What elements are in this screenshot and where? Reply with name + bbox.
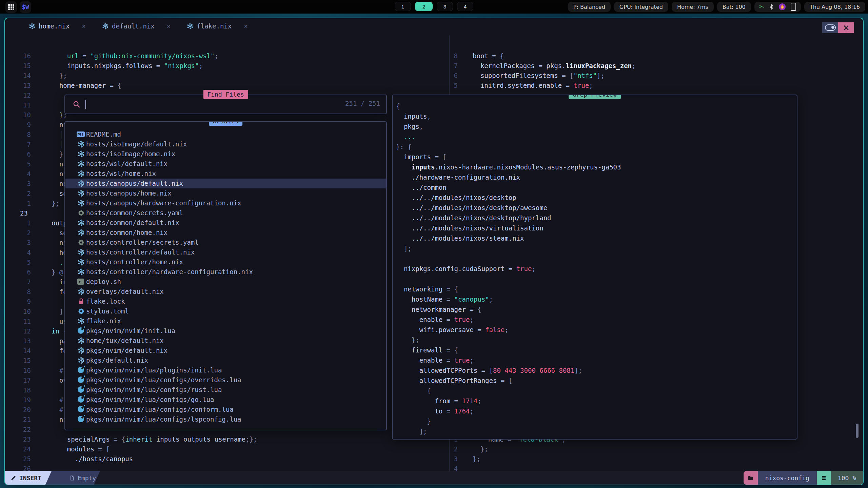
result-row[interactable]: hosts/canopus/home.nix xyxy=(65,188,386,198)
lua-icon xyxy=(78,396,84,403)
code-text: │ xyxy=(52,140,63,149)
tab-close-icon[interactable]: × xyxy=(82,22,86,30)
pencil-icon xyxy=(11,475,16,481)
tab-bar: home.nix×default.nix×flake.nix× xyxy=(5,18,863,34)
result-row[interactable]: pkgs/nvim/default.nix xyxy=(65,346,386,355)
code-line[interactable]: 3}; xyxy=(5,454,863,464)
result-row[interactable]: pkgs/nvim/nvim/lua/plugins/init.lua xyxy=(65,365,386,375)
code-line[interactable]: 6 supportedFilesystems = ["ntfs"]; xyxy=(5,71,863,81)
line-number: 8 xyxy=(442,51,458,61)
result-row[interactable]: pkgs/nvim/nvim/init.lua xyxy=(65,326,386,336)
nix-icon xyxy=(78,180,85,187)
result-row[interactable]: home/tux/default.nix xyxy=(65,336,386,346)
preview-line: ./hardware-configuration.nix xyxy=(396,172,520,182)
nix-icon xyxy=(78,170,85,177)
result-row[interactable]: hosts/isoImage/default.nix xyxy=(65,139,386,149)
folder-icon xyxy=(747,475,754,481)
result-row[interactable]: pkgs/nvim/nvim/lua/configs/go.lua xyxy=(65,395,386,405)
result-file-name: flake.lock xyxy=(86,297,125,306)
result-row[interactable]: pkgs/nvim/nvim/lua/configs/rust.lua xyxy=(65,385,386,395)
result-row[interactable]: hosts/controller/hardware-configuration.… xyxy=(65,267,386,277)
preview-line: ../../modules/nixos/desktop xyxy=(396,192,516,203)
result-row[interactable]: pkgs/nvim/nvim/lua/configs/overrides.lua xyxy=(65,375,386,385)
result-row[interactable]: hosts/controller/secrets.yaml xyxy=(65,238,386,247)
logo-text: $W xyxy=(22,4,29,11)
window-close-button[interactable]: × xyxy=(838,22,854,33)
line-number: 2 xyxy=(12,228,31,238)
line-number: 6 xyxy=(12,149,31,159)
result-row[interactable]: hosts/controller/home.nix xyxy=(65,257,386,267)
preview-line: ../../modules/nixos/desktop/awesome xyxy=(396,203,547,213)
nix-icon xyxy=(29,23,35,29)
result-row[interactable]: pkgs/nvim/nvim/lua/configs/conform.lua xyxy=(65,405,386,414)
editor-window: home.nix×default.nix×flake.nix× × 16 url… xyxy=(4,18,864,485)
launcher-button[interactable] xyxy=(5,1,17,13)
top-bar: $W 1234 P: BalancedGPU: IntegratedHome: … xyxy=(0,0,868,14)
find-files-panel[interactable]: Find Files 251 / 251 xyxy=(64,95,387,114)
result-file-name: hosts/controller/default.nix xyxy=(86,247,195,257)
result-row[interactable]: pkgs/nvim/nvim/lua/configs/lspconfig.lua xyxy=(65,414,386,424)
result-row[interactable]: hosts/controller/default.nix xyxy=(65,247,386,257)
preview-line: networking = { xyxy=(396,284,458,294)
code-line[interactable]: 7 kernelPackages = pkgs.linuxPackages_ze… xyxy=(5,61,863,71)
code-text: } @ xyxy=(52,267,63,277)
logo-button[interactable]: $W xyxy=(20,1,31,13)
clock[interactable]: Thu Aug 08, 18:16 xyxy=(804,2,865,12)
tab-close-icon[interactable]: × xyxy=(167,22,171,30)
tray[interactable]: ✂ xyxy=(754,2,801,12)
result-row[interactable]: flake.nix xyxy=(65,316,386,326)
preview-line: enable = true; xyxy=(396,355,474,365)
line-number: 15 xyxy=(12,356,31,366)
result-row[interactable]: pkgs/default.nix xyxy=(65,355,386,365)
workspace-button-2[interactable]: 2 xyxy=(415,2,433,11)
result-row[interactable]: hosts/canopus/hardware-configuration.nix xyxy=(65,198,386,208)
code-text: │ xyxy=(52,130,63,140)
workspace-button-1[interactable]: 1 xyxy=(395,2,411,11)
result-file-name: hosts/wsl/home.nix xyxy=(86,169,156,179)
tab-flake.nix[interactable]: flake.nix× xyxy=(179,18,256,34)
result-row[interactable]: hosts/common/secrets.yaml xyxy=(65,208,386,218)
line-number: 7 xyxy=(12,277,31,287)
topbar-status: P: BalancedGPU: IntegratedHome: 7msBat: … xyxy=(568,2,865,12)
code-line[interactable]: 5 initrd.systemd.enable = true; xyxy=(5,81,863,90)
lua-icon xyxy=(78,367,84,373)
result-row[interactable]: hosts/common/default.nix xyxy=(65,218,386,228)
nix-icon xyxy=(78,141,85,148)
nix-icon xyxy=(78,219,85,226)
result-row[interactable]: stylua.toml xyxy=(65,306,386,316)
result-row[interactable]: >_deploy.sh xyxy=(65,277,386,287)
lua-icon xyxy=(78,416,84,422)
code-line[interactable]: 8boot = { xyxy=(5,51,863,61)
result-row[interactable]: hosts/canopus/default.nix xyxy=(65,179,386,188)
window-controls: × xyxy=(822,22,854,33)
scroll-percent: 100 % xyxy=(831,471,863,485)
tab-default.nix[interactable]: default.nix× xyxy=(94,18,179,34)
gear-icon xyxy=(78,239,85,246)
result-row[interactable]: hosts/wsl/home.nix xyxy=(65,169,386,179)
result-row[interactable]: overlays/default.nix xyxy=(65,287,386,297)
tab-home.nix[interactable]: home.nix× xyxy=(21,18,94,34)
result-row[interactable]: flake.lock xyxy=(65,297,386,306)
result-row[interactable]: hosts/isoImage/home.nix xyxy=(65,149,386,159)
status-pill-3: Bat: 100 xyxy=(717,2,751,12)
tab-close-icon[interactable]: × xyxy=(244,22,248,30)
code-text: supportedFilesystems = ["ntfs"]; xyxy=(473,71,605,81)
nix-icon xyxy=(78,190,85,197)
workspace-button-4[interactable]: 4 xyxy=(457,2,473,11)
terminal-icon: >_ xyxy=(77,279,84,285)
statusline-right: nixos-config ≡ 100 % xyxy=(744,471,863,485)
lock-icon xyxy=(78,298,85,305)
preview-line: hostName = "canopus"; xyxy=(396,294,493,304)
result-counter: 251 / 251 xyxy=(345,100,380,107)
preview-line: from = 1714; xyxy=(396,396,481,406)
workspace-button-3[interactable]: 3 xyxy=(437,2,453,11)
scrollbar-thumb[interactable] xyxy=(856,424,859,438)
result-row[interactable]: M↓README.md xyxy=(65,129,386,139)
code-text: # xyxy=(52,405,63,415)
result-row[interactable]: hosts/wsl/default.nix xyxy=(65,159,386,169)
result-file-name: pkgs/nvim/nvim/lua/configs/overrides.lua xyxy=(86,375,241,385)
toggle-icon xyxy=(825,24,836,31)
code-line[interactable]: 2 }; xyxy=(5,444,863,454)
toggle-button[interactable] xyxy=(822,22,838,33)
result-row[interactable]: hosts/common/home.nix xyxy=(65,228,386,238)
